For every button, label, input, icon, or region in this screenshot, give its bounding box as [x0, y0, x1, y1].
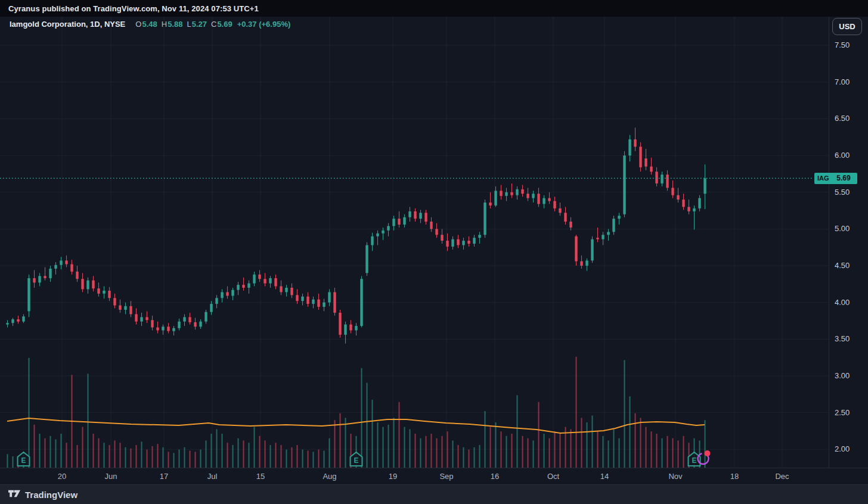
volume-bar	[667, 436, 668, 468]
candle-body	[135, 314, 137, 321]
candle-body	[280, 287, 282, 293]
candle-body	[430, 222, 432, 229]
volume-bar	[152, 446, 153, 468]
candle-body	[467, 241, 470, 244]
candle-body	[596, 238, 599, 239]
volume-bar	[168, 452, 169, 468]
volume-bar	[340, 413, 341, 468]
candle-body	[215, 298, 218, 304]
candle-body	[162, 326, 164, 330]
volume-bar	[571, 429, 572, 468]
tradingview-chart-page: Cyranus published on TradingView.com, No…	[0, 0, 868, 504]
time-tick-label: 15	[256, 472, 265, 481]
price-tick-label: 6.00	[835, 151, 850, 160]
candle-body	[145, 317, 148, 320]
volume-bar	[243, 440, 244, 468]
currency-button[interactable]: USD	[832, 18, 862, 35]
volume-bar	[184, 447, 185, 468]
price-tick-label: 7.00	[835, 77, 850, 86]
candle-body	[226, 292, 228, 295]
candle-body	[17, 319, 19, 322]
volume-bar	[173, 453, 175, 468]
tradingview-logo[interactable]: TradingView	[8, 490, 78, 500]
volume-bar	[318, 450, 320, 468]
close-label: C	[211, 20, 216, 29]
candle-body	[317, 300, 320, 307]
volume-bar	[522, 436, 523, 468]
candle-body	[221, 292, 223, 298]
symbol-title[interactable]: Iamgold Corporation, 1D, NYSE	[10, 20, 125, 29]
volume-bar	[77, 445, 78, 468]
candle-body	[403, 217, 405, 225]
price-tick-label: 2.00	[835, 444, 850, 453]
candle-body	[424, 213, 427, 222]
volume-bar	[302, 450, 303, 468]
volume-bar	[249, 443, 250, 468]
time-tick-label: 19	[389, 472, 397, 481]
time-tick-label: 14	[600, 472, 609, 481]
high-value: 5.88	[168, 20, 182, 29]
volume-bar	[55, 440, 57, 468]
open-label: O	[135, 20, 141, 29]
candle-body	[655, 172, 658, 183]
candle-body	[494, 191, 497, 206]
candle-body	[387, 226, 389, 230]
candle-body	[296, 295, 298, 301]
volume-bar	[533, 440, 534, 468]
earnings-icon[interactable]: E	[351, 452, 362, 466]
candle-body	[210, 304, 212, 312]
earnings-icon[interactable]: E	[18, 452, 30, 466]
volume-bar	[517, 395, 518, 468]
candle-body	[349, 325, 352, 331]
candle-body	[258, 275, 261, 279]
volume-bar	[104, 443, 105, 468]
volume-bar	[442, 436, 443, 468]
volume-bar	[528, 438, 529, 468]
candle-body	[323, 303, 325, 307]
candle-body	[33, 278, 35, 282]
tradingview-logo-text: TradingView	[25, 490, 78, 500]
candle-body	[591, 239, 593, 261]
candle-body	[360, 279, 362, 326]
candle-body	[247, 284, 250, 288]
time-tick-label: Nov	[668, 472, 682, 481]
volume-bar	[227, 443, 228, 468]
time-axis[interactable]: 20Jun17Jul15Aug19Sep16Oct14Nov18Dec	[0, 468, 868, 485]
candle-body	[666, 175, 668, 188]
volume-bar	[259, 436, 261, 468]
low-label: L	[187, 20, 191, 29]
candle-body	[269, 278, 271, 284]
volume-bar	[281, 445, 282, 468]
candle-body	[178, 322, 180, 328]
candle-body	[548, 198, 550, 201]
volume-bar	[286, 450, 287, 468]
candle-body	[156, 328, 159, 331]
volume-bar	[39, 434, 41, 468]
candle-body	[569, 222, 572, 228]
candle-body	[532, 194, 534, 198]
price-tick-label: 5.50	[835, 188, 850, 197]
volume-bar	[554, 431, 556, 468]
volume-bar	[29, 358, 30, 468]
candle-body	[537, 194, 540, 204]
price-tick-label: 4.50	[835, 261, 850, 270]
volume-bar	[415, 434, 416, 468]
price-axis[interactable]: 7.507.006.506.005.505.004.504.003.503.00…	[829, 17, 868, 468]
price-tick-label: 7.50	[835, 41, 850, 49]
candle-body	[60, 260, 62, 265]
candle-body	[526, 194, 529, 198]
volume-bar	[98, 438, 100, 468]
candle-body	[6, 323, 8, 324]
candle-body	[22, 316, 24, 322]
candle-body	[285, 288, 287, 292]
volume-bar	[576, 357, 577, 468]
time-tick-label: 18	[730, 472, 739, 481]
candle-body	[376, 234, 379, 237]
candle-body	[237, 285, 239, 290]
volume-bar	[613, 429, 615, 468]
high-label: H	[162, 20, 167, 29]
volume-bar	[179, 450, 180, 468]
chart-canvas[interactable]: EEE	[0, 0, 829, 468]
volume-bar	[705, 420, 706, 468]
volume-bar	[120, 443, 121, 468]
